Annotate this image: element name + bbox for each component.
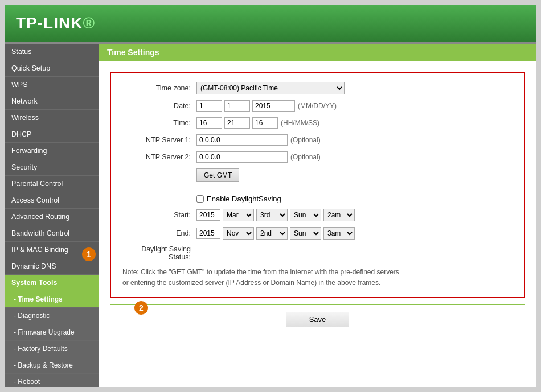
content-area: Time Settings Time zone: (GMT-08:00) Pac…: [99, 44, 536, 387]
sidebar-item-firmwareupgrade[interactable]: - Firmware Upgrade: [5, 324, 99, 341]
dst-start-day[interactable]: Sun: [290, 209, 321, 221]
dst-end-month[interactable]: Nov: [223, 227, 254, 240]
date-day-input[interactable]: [224, 100, 250, 112]
settings-box: Time zone: (GMT-08:00) Pacific Time Date…: [110, 72, 525, 298]
note-line2: or entering the customized server (IP Ad…: [122, 279, 380, 287]
ntp2-label: NTP Server 2:: [122, 153, 196, 161]
date-year-input[interactable]: [252, 100, 295, 112]
sidebar-item-diagnostic[interactable]: - Diagnostic: [5, 308, 99, 324]
bottom-divider: [110, 304, 525, 305]
sidebar-item-factorydefaults[interactable]: - Factory Defaults: [5, 341, 99, 357]
sidebar-item-quicksetup[interactable]: Quick Setup: [5, 60, 99, 77]
time-hh-input[interactable]: [196, 117, 222, 129]
dst-end-year[interactable]: [196, 228, 220, 239]
dst-start-month[interactable]: Mar: [223, 209, 254, 221]
dst-status-label: Daylight Saving Status:: [122, 245, 196, 261]
dst-end-label: End:: [122, 229, 196, 237]
timezone-select[interactable]: (GMT-08:00) Pacific Time: [196, 82, 345, 94]
dst-end-row: End: Nov 2nd Sun: [122, 227, 513, 240]
daylight-checkbox[interactable]: [196, 195, 204, 203]
ntp1-optional: (Optional): [290, 136, 321, 144]
date-month-input[interactable]: [196, 100, 222, 112]
date-label: Date:: [122, 102, 196, 110]
dst-start-year[interactable]: [196, 209, 220, 221]
sidebar-item-security[interactable]: Security: [5, 159, 99, 176]
sidebar-item-dhcp[interactable]: DHCP: [5, 126, 99, 143]
daylight-checkbox-row: Enable DaylightSaving: [196, 195, 513, 203]
ntp1-label: NTP Server 1:: [122, 136, 196, 144]
time-hint: (HH/MM/SS): [281, 119, 319, 127]
sidebar-item-accesscontrol[interactable]: Access Control: [5, 192, 99, 209]
timezone-label: Time zone:: [122, 84, 196, 92]
ntp1-row: NTP Server 1: (Optional): [122, 134, 513, 146]
sidebar-item-forwarding[interactable]: Forwarding: [5, 143, 99, 159]
time-mm-input[interactable]: [224, 117, 250, 129]
logo: TP-LINK®: [16, 14, 95, 32]
dst-start-week[interactable]: 3rd: [256, 209, 288, 221]
dst-end-day[interactable]: Sun: [290, 227, 321, 240]
ntp2-optional: (Optional): [290, 153, 321, 161]
dst-end-time[interactable]: 3am: [323, 227, 355, 240]
sidebar-item-systemtools[interactable]: System Tools: [5, 275, 99, 291]
sidebar-item-reboot[interactable]: - Reboot: [5, 374, 99, 387]
time-ss-input[interactable]: [252, 117, 278, 129]
time-label: Time:: [122, 119, 196, 127]
save-button[interactable]: Save: [286, 312, 350, 327]
sidebar-item-status[interactable]: Status: [5, 44, 99, 60]
save-row: Save: [110, 312, 525, 327]
ntp1-input[interactable]: [196, 134, 288, 146]
note-line1: Note: Click the "GET GMT" to update the …: [122, 268, 399, 276]
date-row: Date: (MM/DD/YY): [122, 100, 513, 112]
logo-symbol: ®: [83, 14, 95, 32]
sidebar: StatusQuick SetupWPSNetworkWirelessDHCPF…: [5, 44, 99, 387]
dst-status-row: Daylight Saving Status:: [122, 245, 513, 261]
sidebar-item-parentalcontrol[interactable]: Parental Control: [5, 176, 99, 192]
time-row: Time: (HH/MM/SS): [122, 117, 513, 129]
daylight-label: Enable DaylightSaving: [207, 195, 281, 203]
dst-start-row: Start: Mar 3rd Sun: [122, 209, 513, 221]
sidebar-item-wps[interactable]: WPS: [5, 77, 99, 93]
sidebar-item-timesettings[interactable]: - Time Settings: [5, 291, 99, 308]
sidebar-item-backup&restore[interactable]: - Backup & Restore: [5, 357, 99, 374]
sidebar-item-advancedrouting[interactable]: Advanced Routing: [5, 209, 99, 225]
dst-start-time[interactable]: 2am: [323, 209, 355, 221]
dst-start-label: Start:: [122, 211, 196, 219]
ntp2-row: NTP Server 2: (Optional): [122, 151, 513, 163]
sidebar-item-bandwidthcontrol[interactable]: Bandwidth Control: [5, 225, 99, 242]
annotation-badge-2: 2: [134, 301, 148, 315]
note-text: Note: Click the "GET GMT" to update the …: [122, 267, 513, 288]
timezone-row: Time zone: (GMT-08:00) Pacific Time: [122, 82, 513, 94]
page-title: Time Settings: [99, 44, 536, 61]
date-hint: (MM/DD/YY): [298, 102, 337, 110]
get-gmt-button[interactable]: Get GMT: [196, 168, 239, 182]
dst-end-week[interactable]: 2nd: [256, 227, 288, 240]
annotation-badge-1: 1: [82, 247, 96, 261]
sidebar-item-network[interactable]: Network: [5, 93, 99, 110]
header: TP-LINK®: [5, 5, 536, 42]
ntp2-input[interactable]: [196, 151, 288, 163]
sidebar-item-wireless[interactable]: Wireless: [5, 110, 99, 126]
